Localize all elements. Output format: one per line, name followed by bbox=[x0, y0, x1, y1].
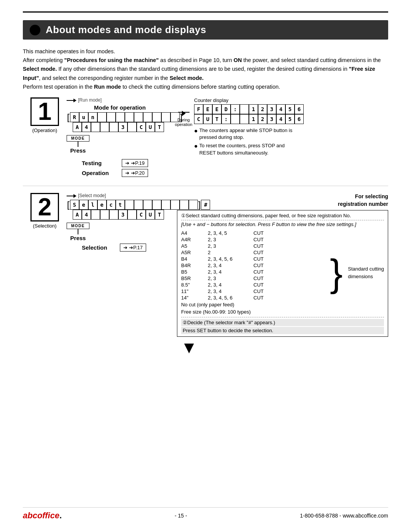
mode2-mode-btn[interactable]: MODE bbox=[67, 223, 89, 229]
mode2-lcd-col: [Select mode] [ S e l e c t bbox=[67, 193, 173, 252]
mode1-press: MODE Press bbox=[67, 135, 173, 154]
mode1-number-col: 1 (Operation) bbox=[23, 97, 67, 133]
type-A5R: CUT bbox=[253, 250, 264, 255]
counter-label: Counter display bbox=[194, 97, 388, 103]
type-B4: CUT bbox=[253, 256, 264, 262]
size-table-area: A4 2, 3, 4, 5 CUT A4R 2, 3 CUT A5 2, 3 bbox=[181, 230, 384, 315]
mode1-during-col: Duringoperation bbox=[173, 97, 194, 127]
size-A4R: A4R bbox=[181, 237, 196, 242]
counter-note2: ● To reset the counters, press STOP and … bbox=[194, 142, 301, 156]
nos-B4R: 2, 3, 4 bbox=[208, 263, 242, 268]
bullet2: ● bbox=[194, 142, 198, 150]
nos-A5: 2, 3 bbox=[208, 243, 242, 249]
lc-b3 bbox=[116, 112, 125, 122]
mode2-lcd: [ S e l e c t ] # bbox=[67, 200, 173, 220]
lc-3: 3 bbox=[118, 122, 127, 132]
nos-A5R: 2 bbox=[208, 250, 242, 255]
nos-14: 2, 3, 4, 5, 6 bbox=[208, 295, 242, 301]
lc-T: T bbox=[155, 122, 164, 132]
m2-4: 4 bbox=[82, 210, 91, 220]
size-A5: A5 bbox=[181, 243, 196, 249]
mode1-press-word: Press bbox=[70, 147, 86, 154]
cc-col1: : bbox=[231, 104, 240, 114]
size-row-B5: B5 2, 3, 4 CUT bbox=[181, 269, 327, 275]
lc-b8 bbox=[161, 112, 170, 122]
size-row-A4R: A4R 2, 3 CUT bbox=[181, 236, 327, 243]
type-8.5: CUT bbox=[253, 282, 264, 288]
cc-sp2 bbox=[231, 114, 240, 124]
size-11: 11" bbox=[181, 288, 196, 294]
testing-row: Testing ➔ ➔P.19 bbox=[82, 159, 173, 167]
lc-U: U bbox=[146, 122, 155, 132]
mode1-counter-col: Counter display F E E D : 1 2 3 4 5 6 bbox=[194, 97, 388, 158]
footer-brand: abcoffice. bbox=[23, 511, 62, 521]
lc-u: u bbox=[79, 112, 88, 122]
cc-E2: E bbox=[212, 104, 221, 114]
m2-sp12 bbox=[127, 210, 137, 220]
m2-sp11 bbox=[109, 210, 118, 220]
reg-table-wrapper: ①Select standard cutting dimensions, pap… bbox=[177, 210, 388, 337]
reg-note1: ①Select standard cutting dimensions, pap… bbox=[181, 213, 384, 218]
cc-E1: E bbox=[203, 104, 212, 114]
operation-label: Operation bbox=[82, 170, 118, 176]
header-bullet bbox=[30, 25, 40, 35]
mode1-lcd-row2: A 4 3 C U T bbox=[67, 122, 173, 132]
lc-b4 bbox=[125, 112, 134, 122]
lc-R: R bbox=[70, 112, 79, 122]
testing-label: Testing bbox=[82, 160, 118, 166]
type-B5: CUT bbox=[253, 269, 264, 275]
m2-sp1 bbox=[125, 200, 134, 210]
m2-3: 3 bbox=[118, 210, 127, 220]
m2-U2: U bbox=[146, 210, 155, 220]
lc-b5 bbox=[134, 112, 143, 122]
mode1-mode-btn[interactable]: MODE bbox=[67, 135, 89, 142]
m2-c: c bbox=[107, 200, 116, 210]
size-B4R: B4R bbox=[181, 263, 196, 268]
type-14: CUT bbox=[253, 295, 264, 301]
m2-sp9 bbox=[91, 210, 100, 220]
cc-1b: 1 bbox=[249, 114, 258, 124]
operation-row: Operation ➔ ➔P.20 bbox=[82, 169, 173, 177]
intro-line3: Perform test operation in the Run mode t… bbox=[23, 83, 388, 91]
mode1-lcd: [ R u n ] A bbox=[67, 112, 173, 132]
m2-e: e bbox=[79, 200, 88, 210]
decide-note: ②Decide (The selector mark "#" appears.) bbox=[181, 319, 384, 326]
cc-4b: 4 bbox=[276, 114, 285, 124]
std-cut-label: Standard cuttingdimensions bbox=[348, 265, 384, 280]
lc-n: n bbox=[88, 112, 97, 122]
for-selecting-title: For selectingregistration number bbox=[177, 193, 388, 208]
size-B5: B5 bbox=[181, 269, 196, 275]
mode2-row: 2 (Selection) [Select mode] [ S e l e bbox=[23, 193, 388, 356]
mode2-lcd-row1: [ S e l e c t ] # bbox=[67, 200, 173, 210]
type-B4R: CUT bbox=[253, 263, 264, 268]
size-row-B5R: B5R 2, 3 CUT bbox=[181, 275, 327, 282]
nos-A4R: 2, 3 bbox=[208, 237, 242, 242]
operation-ref-val: ➔P.20 bbox=[131, 170, 145, 176]
m2-A: A bbox=[73, 210, 82, 220]
intro-text: This machine operates in four modes. Aft… bbox=[23, 47, 388, 91]
cc-D: D bbox=[221, 104, 231, 114]
page-container: About modes and mode displays This machi… bbox=[0, 0, 411, 532]
selection-label: Selection bbox=[82, 244, 116, 251]
size-B5R: B5R bbox=[181, 276, 196, 281]
cc-C2: C bbox=[194, 114, 203, 124]
counter-display: F E E D : 1 2 3 4 5 6 C U T bbox=[194, 104, 388, 124]
selection-ref-row: Selection ➔ ➔P.17 bbox=[82, 244, 173, 252]
selection-ref-val: ➔P.17 bbox=[129, 245, 143, 250]
footer-page: - 15 - bbox=[175, 513, 187, 519]
cc-5a: 5 bbox=[285, 104, 295, 114]
mode1-test-section: Testing ➔ ➔P.19 Operation ➔ ➔P.20 bbox=[82, 159, 173, 179]
lc-sp4 bbox=[127, 122, 137, 132]
cc-T2: T bbox=[212, 114, 221, 124]
mode2-lcd-row2: A 4 3 C U T bbox=[67, 210, 173, 220]
lc-b2 bbox=[107, 112, 116, 122]
lc-A: A bbox=[73, 122, 82, 132]
counter-note1: ● The counters appear while STOP button … bbox=[194, 127, 301, 141]
m2-T2: T bbox=[155, 210, 164, 220]
selection-ref: ➔ ➔P.17 bbox=[120, 244, 146, 252]
cc-U2: U bbox=[203, 114, 212, 124]
arrow-sym-op: ➔ bbox=[125, 170, 129, 176]
size-row-A5: A5 2, 3 CUT bbox=[181, 243, 327, 249]
counter-notes: ● The counters appear while STOP button … bbox=[194, 127, 301, 158]
mode1-lcd-row1: [ R u n ] bbox=[67, 112, 173, 122]
